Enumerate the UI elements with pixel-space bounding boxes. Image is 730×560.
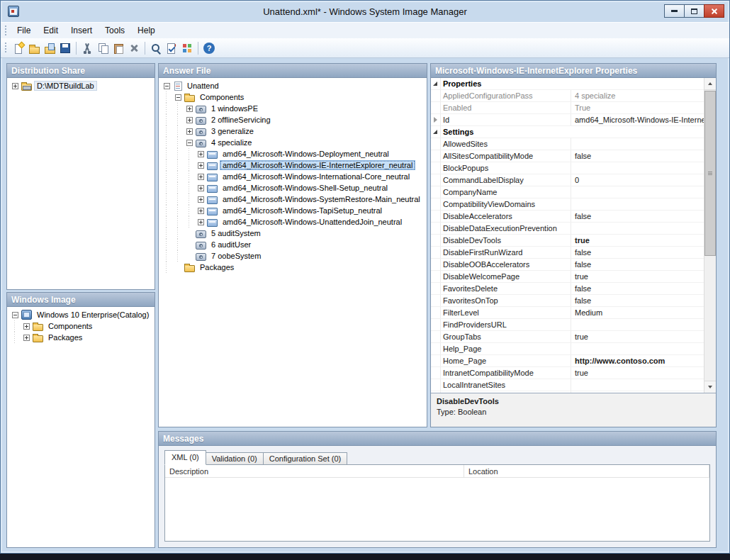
expander-expanded-icon[interactable] — [186, 140, 193, 146]
property-value[interactable]: Medium — [571, 307, 704, 318]
menu-edit[interactable]: Edit — [37, 23, 64, 38]
expander-collapsed-icon[interactable] — [186, 128, 193, 135]
category-expanded-icon[interactable] — [433, 130, 437, 134]
new-answer-file-button[interactable] — [11, 40, 26, 56]
tree-item-label[interactable]: D:\MDTBuildLab — [34, 81, 97, 91]
tree-item-label[interactable]: 4 specialize — [208, 138, 254, 147]
category-expanded-icon[interactable] — [433, 82, 437, 86]
tree-item-label[interactable]: 3 generalize — [208, 126, 257, 136]
property-value[interactable]: false — [571, 391, 704, 393]
property-row[interactable]: CommandLabelDisplay0 — [431, 174, 704, 186]
column-description[interactable]: Description — [165, 465, 464, 477]
property-row[interactable]: LockToolbarsfalse — [431, 391, 704, 393]
tree-item-label[interactable]: amd64_Microsoft-Windows-Shell-Setup_neut… — [220, 183, 391, 193]
property-value[interactable]: false — [571, 283, 704, 294]
menu-tools[interactable]: Tools — [99, 23, 131, 38]
property-value[interactable]: true — [571, 235, 704, 246]
scroll-up-button[interactable] — [704, 78, 716, 90]
property-row[interactable]: Home_Pagehttp://www.contoso.com — [431, 355, 704, 367]
tree-item-label[interactable]: Windows 10 Enterprise(Catalog) — [34, 310, 152, 320]
property-value[interactable] — [571, 343, 704, 354]
property-row[interactable]: GroupTabstrue — [431, 331, 704, 343]
property-value[interactable]: true — [571, 367, 704, 379]
expander-collapsed-icon[interactable] — [198, 219, 204, 225]
validate-answer-file-button[interactable] — [164, 40, 179, 56]
tree-item-label[interactable]: Components — [45, 321, 95, 331]
property-value[interactable] — [571, 138, 704, 150]
property-value[interactable]: True — [571, 102, 704, 113]
property-row[interactable]: DisableDataExecutionPrevention — [431, 223, 704, 235]
property-value[interactable] — [571, 319, 704, 330]
tree-item-label[interactable]: Unattend — [184, 81, 222, 91]
menu-insert[interactable]: Insert — [64, 23, 99, 38]
toolbar-grip[interactable] — [5, 43, 7, 53]
help-button[interactable]: ? — [201, 40, 217, 56]
property-value[interactable]: false — [571, 150, 704, 162]
cut-button[interactable] — [79, 40, 95, 56]
property-row[interactable]: LocalIntranetSites — [431, 379, 704, 391]
property-value[interactable]: false — [571, 247, 704, 258]
property-row[interactable]: FilterLevelMedium — [431, 307, 704, 319]
property-category-row[interactable]: Properties — [431, 78, 704, 90]
property-category-row[interactable]: Settings — [431, 126, 704, 138]
property-row[interactable]: CompanyName — [431, 186, 704, 198]
create-configuration-set-button[interactable] — [179, 40, 195, 56]
tree-item-label[interactable]: amd64_Microsoft-Windows-IE-InternetExplo… — [220, 160, 415, 170]
property-value[interactable] — [571, 198, 704, 210]
property-row[interactable]: BlockPopups — [431, 162, 704, 174]
property-row[interactable]: FavoritesOnTopfalse — [431, 295, 704, 307]
property-row[interactable]: Help_Page — [431, 343, 704, 355]
tree-item-label[interactable]: 7 oobeSystem — [208, 251, 264, 261]
property-value[interactable]: false — [571, 211, 704, 222]
property-value[interactable]: http://www.contoso.com — [571, 355, 704, 366]
property-value[interactable]: true — [571, 331, 704, 342]
tree-item-label[interactable]: 6 auditUser — [208, 240, 254, 250]
property-row[interactable]: AllSitesCompatibilityModefalse — [431, 150, 704, 162]
property-row[interactable]: Idamd64_Microsoft-Windows-IE-InternetExp… — [431, 114, 704, 126]
property-row[interactable]: AllowedSites — [431, 138, 704, 150]
minimize-button[interactable] — [664, 4, 685, 18]
property-value[interactable] — [571, 186, 704, 198]
scrollbar-thumb[interactable] — [704, 91, 716, 256]
property-value[interactable]: amd64_Microsoft-Windows-IE-InternetExplo… — [571, 114, 704, 125]
tree-item-label[interactable]: amd64_Microsoft-Windows-UnattendedJoin_n… — [220, 217, 405, 227]
property-value[interactable]: false — [571, 295, 704, 306]
tab-configuration[interactable]: Configuration Set (0) — [263, 452, 348, 465]
property-row[interactable]: FindProvidersURL — [431, 319, 704, 331]
expander-collapsed-icon[interactable] — [23, 335, 30, 341]
tree-item-label[interactable]: 1 windowsPE — [208, 103, 261, 113]
property-grid-scrollbar[interactable] — [704, 78, 716, 393]
row-expand-icon[interactable] — [434, 117, 437, 123]
expander-collapsed-icon[interactable] — [186, 117, 193, 123]
property-row[interactable]: AppliedConfigurationPass4 specialize — [431, 90, 704, 102]
expander-collapsed-icon[interactable] — [198, 208, 204, 214]
expander-collapsed-icon[interactable] — [198, 174, 204, 180]
close-button[interactable] — [704, 4, 724, 18]
property-value[interactable] — [571, 162, 704, 174]
column-location[interactable]: Location — [464, 465, 709, 477]
property-value[interactable]: 4 specialize — [571, 90, 704, 101]
property-row[interactable]: DisableOOBAcceleratorsfalse — [431, 259, 704, 271]
property-row[interactable]: DisableWelcomePagetrue — [431, 271, 704, 283]
expander-collapsed-icon[interactable] — [198, 196, 204, 203]
tree-item-label[interactable]: Components — [197, 92, 247, 102]
property-row[interactable]: DisableFirstRunWizardfalse — [431, 247, 704, 259]
property-value[interactable]: 0 — [571, 174, 704, 186]
expander-collapsed-icon[interactable] — [198, 151, 204, 157]
expander-expanded-icon[interactable] — [175, 94, 181, 101]
menu-grip[interactable] — [5, 26, 7, 36]
property-row[interactable]: EnabledTrue — [431, 102, 704, 114]
expander-collapsed-icon[interactable] — [186, 106, 193, 112]
property-value[interactable] — [571, 223, 704, 234]
open-answer-file-button[interactable] — [26, 40, 42, 56]
save-answer-file-button[interactable] — [57, 40, 73, 56]
copy-button[interactable] — [95, 40, 111, 56]
property-row[interactable]: DisableAcceleratorsfalse — [431, 211, 704, 223]
delete-button[interactable] — [126, 40, 142, 56]
expander-expanded-icon[interactable] — [164, 83, 170, 89]
tab-validation[interactable]: Validation (0) — [206, 452, 264, 465]
property-row[interactable]: CompatibilityViewDomains — [431, 198, 704, 211]
maximize-button[interactable] — [684, 4, 704, 18]
tree-item-label[interactable]: amd64_Microsoft-Windows-International-Co… — [220, 172, 412, 181]
tree-item-label[interactable]: amd64_Microsoft-Windows-SystemRestore-Ma… — [220, 194, 423, 204]
